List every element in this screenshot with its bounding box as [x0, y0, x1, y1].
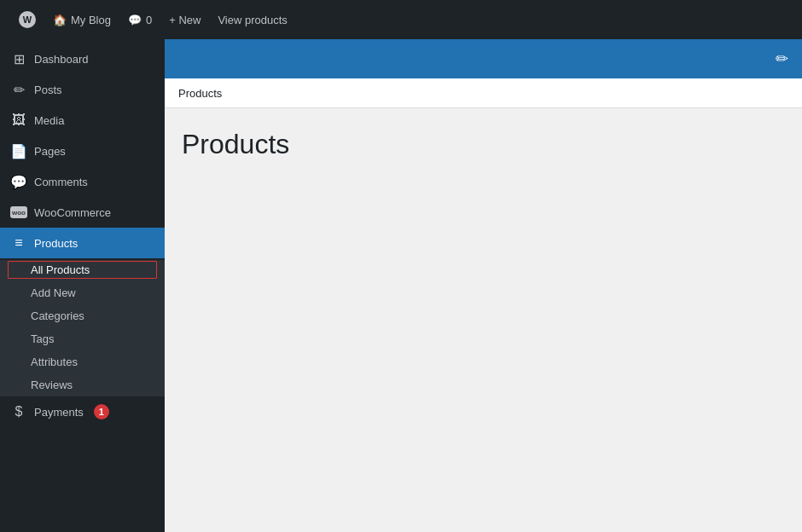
new-button[interactable]: + New [160, 0, 209, 39]
comments-count: 0 [146, 14, 152, 26]
submenu-all-products[interactable]: All Products [7, 260, 158, 280]
sidebar-item-pages[interactable]: 📄 Pages [0, 136, 165, 166]
tags-label: Tags [31, 332, 54, 345]
submenu-reviews[interactable]: Reviews [0, 373, 165, 396]
media-icon: 🖼 [10, 112, 27, 129]
page-content: Products [165, 108, 802, 532]
main-content: ✏ Products Products [165, 39, 802, 532]
wp-logo-button[interactable]: W [10, 0, 44, 39]
woo-icon: woo [10, 204, 27, 221]
comment-icon: 💬 [128, 14, 142, 26]
dashboard-icon: ⊞ [10, 50, 27, 67]
sidebar-label-woocommerce: WooCommerce [34, 206, 111, 219]
sidebar-label-posts: Posts [34, 84, 62, 96]
wp-logo-icon: W [19, 11, 36, 28]
comments-button[interactable]: 💬 0 [119, 0, 160, 39]
add-new-label: Add New [31, 286, 76, 299]
sidebar-label-comments: Comments [34, 176, 88, 188]
submenu-attributes[interactable]: Attributes [0, 350, 165, 373]
sidebar-label-media: Media [34, 114, 64, 127]
sidebar-item-payments[interactable]: $ Payments 1 [0, 396, 165, 427]
sidebar-item-media[interactable]: 🖼 Media [0, 105, 165, 136]
sidebar-label-payments: Payments [34, 406, 84, 419]
sidebar-label-products: Products [34, 237, 78, 250]
categories-label: Categories [31, 309, 84, 322]
page-title: Products [182, 129, 785, 160]
content-header-bar: ✏ [165, 39, 802, 78]
sidebar-label-pages: Pages [34, 145, 66, 158]
submenu-categories[interactable]: Categories [0, 304, 165, 327]
products-submenu: All Products Add New Categories Tags Att… [0, 260, 165, 396]
main-layout: ⊞ Dashboard ✏ Posts 🖼 Media 📄 Pages 💬 [0, 39, 802, 532]
site-name-label: My Blog [71, 14, 111, 26]
admin-bar: W 🏠 My Blog 💬 0 + New View products [0, 0, 802, 39]
sidebar-item-dashboard[interactable]: ⊞ Dashboard [0, 43, 165, 74]
comments-sidebar-icon: 💬 [10, 173, 27, 190]
view-products-button[interactable]: View products [209, 0, 295, 39]
sidebar-item-posts[interactable]: ✏ Posts [0, 74, 165, 105]
all-products-label: All Products [31, 263, 90, 276]
sidebar-label-dashboard: Dashboard [34, 53, 89, 66]
reviews-label: Reviews [31, 379, 73, 391]
breadcrumb: Products [178, 87, 222, 100]
pencil-icon[interactable]: ✏ [776, 49, 788, 68]
sidebar-menu: ⊞ Dashboard ✏ Posts 🖼 Media 📄 Pages 💬 [0, 39, 165, 427]
posts-icon: ✏ [10, 81, 27, 98]
payments-icon: $ [10, 403, 27, 420]
breadcrumb-area: Products [165, 78, 802, 108]
new-label: + New [169, 14, 200, 26]
attributes-label: Attributes [31, 356, 78, 368]
products-icon: ≡ [10, 234, 27, 252]
submenu-tags[interactable]: Tags [0, 327, 165, 350]
sidebar-item-comments[interactable]: 💬 Comments [0, 166, 165, 197]
sidebar: ⊞ Dashboard ✏ Posts 🖼 Media 📄 Pages 💬 [0, 39, 165, 532]
submenu-add-new[interactable]: Add New [0, 281, 165, 304]
home-icon: 🏠 [53, 14, 67, 26]
site-name-button[interactable]: 🏠 My Blog [44, 0, 119, 39]
view-products-label: View products [218, 14, 287, 26]
sidebar-item-woocommerce[interactable]: woo WooCommerce [0, 197, 165, 228]
pages-icon: 📄 [10, 142, 27, 159]
payments-badge: 1 [94, 404, 109, 419]
sidebar-item-products[interactable]: ≡ Products [0, 228, 165, 258]
